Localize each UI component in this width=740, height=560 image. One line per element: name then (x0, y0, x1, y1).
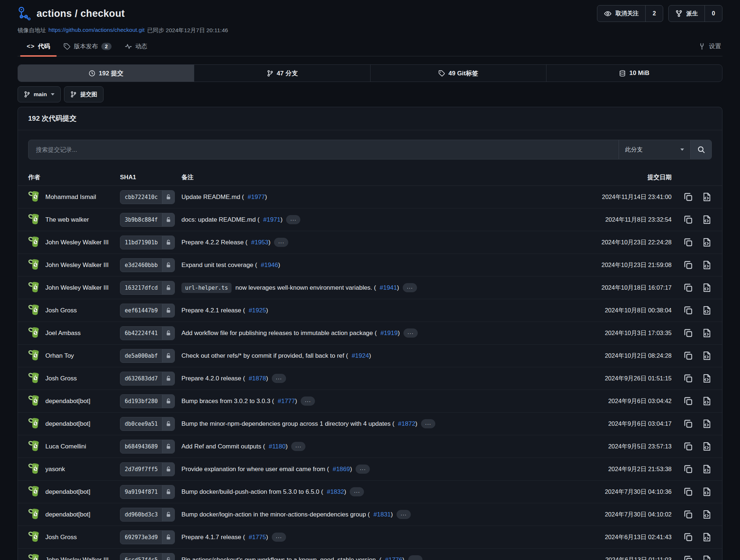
copy-sha-icon[interactable] (683, 237, 693, 247)
copy-sha-icon[interactable] (683, 555, 693, 560)
commit-message[interactable]: Update README.md ( (181, 193, 244, 201)
expand-commit-button[interactable]: ··· (272, 533, 286, 542)
copy-sha-icon[interactable] (683, 351, 693, 361)
commit-message[interactable]: Prepare 4.2.2 Release ( (181, 239, 248, 246)
commit-message[interactable]: Add workflow file for publishing release… (181, 330, 377, 337)
copy-sha-icon[interactable] (683, 441, 693, 451)
copy-sha-icon[interactable] (683, 464, 693, 474)
commit-message[interactable]: Bump docker/build-push-action from 5.3.0… (181, 488, 323, 496)
commit-message[interactable]: Expand unit test coverage ( (181, 262, 257, 269)
browse-source-icon[interactable] (702, 283, 712, 293)
commit-author[interactable]: Josh Gross (45, 375, 77, 382)
expand-commit-button[interactable]: ··· (350, 487, 364, 496)
commit-issue-link[interactable]: #1977 (248, 193, 265, 200)
commit-issue-link[interactable]: #1941 (380, 284, 397, 291)
commit-sha-button[interactable]: dd960bd3c3 (120, 508, 175, 522)
tab-releases[interactable]: 版本发布 2 (57, 37, 118, 56)
mirror-url-link[interactable]: https://github.com/actions/checkout.git (49, 27, 145, 34)
expand-commit-button[interactable]: ··· (397, 510, 411, 519)
commit-graph-button[interactable]: 提交图 (64, 86, 104, 102)
commit-message[interactable]: Prepare 4.2.0 release ( (181, 375, 245, 382)
copy-sha-icon[interactable] (683, 192, 693, 202)
stat-commits[interactable]: 192 提交 (18, 65, 194, 82)
commit-issue-link[interactable]: #1775 (249, 534, 266, 541)
commit-author[interactable]: dependabot[bot] (45, 511, 90, 518)
avatar[interactable] (28, 235, 41, 249)
copy-sha-icon[interactable] (683, 373, 693, 383)
commit-message[interactable]: Pin actions/checkout's own workflows to … (181, 556, 382, 560)
stat-branches[interactable]: 47 分支 (194, 65, 370, 82)
browse-source-icon[interactable] (702, 260, 712, 270)
commit-issue-link[interactable]: #1832 (327, 488, 344, 495)
avatar[interactable] (28, 371, 41, 386)
commit-author[interactable]: Orhan Toy (45, 352, 74, 360)
browse-source-icon[interactable] (702, 487, 712, 497)
browse-source-icon[interactable] (702, 510, 712, 519)
commit-author[interactable]: John Wesley Walker III (45, 262, 109, 269)
expand-commit-button[interactable]: ··· (421, 419, 435, 428)
commit-sha-button[interactable]: 11bd71901b (120, 236, 175, 249)
commit-issue-link[interactable]: #1946 (261, 262, 278, 268)
commit-sha-button[interactable]: 3b9b8c884f (120, 213, 175, 227)
commit-issue-link[interactable]: #1919 (380, 330, 398, 337)
commit-author[interactable]: dependabot[bot] (45, 398, 90, 405)
tab-activity[interactable]: 动态 (118, 37, 154, 56)
browse-source-icon[interactable] (702, 555, 712, 560)
browse-source-icon[interactable] (702, 532, 712, 542)
copy-sha-icon[interactable] (683, 305, 693, 315)
commit-issue-link[interactable]: #1872 (398, 420, 415, 427)
commit-sha-button[interactable]: 2d7d9f7ff5 (120, 462, 175, 476)
commit-sha-button[interactable]: 692973e3d9 (120, 530, 175, 544)
copy-sha-icon[interactable] (683, 532, 693, 542)
commit-message[interactable]: Bump braces from 3.0.2 to 3.0.3 ( (181, 398, 274, 405)
avatar[interactable] (28, 553, 41, 560)
commit-issue-link[interactable]: #1776 (385, 556, 402, 560)
commit-sha-button[interactable]: db0cee9a51 (120, 417, 175, 431)
commit-author[interactable]: Josh Gross (45, 307, 77, 314)
commit-issue-link[interactable]: #1180 (269, 443, 286, 450)
avatar[interactable] (28, 507, 41, 522)
copy-sha-icon[interactable] (683, 283, 693, 293)
browse-source-icon[interactable] (702, 215, 712, 225)
avatar[interactable] (28, 349, 41, 363)
commit-author[interactable]: Luca Comellini (45, 443, 86, 450)
tab-settings[interactable]: 设置 (692, 37, 722, 56)
browse-source-icon[interactable] (702, 441, 712, 451)
commit-message[interactable]: now leverages well-known environment var… (235, 284, 376, 292)
commit-sha-button[interactable]: de5a000abf (120, 349, 175, 363)
commit-issue-link[interactable]: #1953 (251, 239, 268, 246)
commit-sha-button[interactable]: eef61447b9 (120, 304, 175, 317)
browse-source-icon[interactable] (702, 328, 712, 338)
avatar[interactable] (28, 213, 41, 227)
expand-commit-button[interactable]: ··· (408, 555, 422, 560)
commit-author[interactable]: John Wesley Walker III (45, 239, 109, 246)
browse-source-icon[interactable] (702, 192, 712, 202)
browse-source-icon[interactable] (702, 305, 712, 315)
expand-commit-button[interactable]: ··· (274, 238, 288, 247)
commit-message[interactable]: Check out other refs/* by commit if prov… (181, 352, 348, 360)
expand-commit-button[interactable]: ··· (286, 215, 300, 224)
commit-sha-button[interactable]: d632683dd7 (120, 372, 175, 386)
commit-issue-link[interactable]: #1878 (249, 375, 266, 382)
avatar[interactable] (28, 190, 41, 204)
copy-sha-icon[interactable] (683, 396, 693, 406)
avatar[interactable] (28, 394, 41, 408)
copy-sha-icon[interactable] (683, 328, 693, 338)
expand-commit-button[interactable]: ··· (403, 283, 417, 292)
commit-message[interactable]: Bump the minor-npm-dependencies group ac… (181, 420, 394, 428)
commit-author[interactable]: The web walker (45, 216, 89, 223)
commit-sha-button[interactable]: cbb722410c (120, 190, 175, 204)
expand-commit-button[interactable]: ··· (403, 328, 418, 338)
commit-message[interactable]: docs: update README.md ( (181, 216, 260, 223)
commit-author[interactable]: Josh Gross (45, 534, 77, 541)
browse-source-icon[interactable] (702, 419, 712, 429)
avatar[interactable] (28, 303, 41, 317)
commit-issue-link[interactable]: #1971 (263, 216, 281, 223)
commit-sha-button[interactable]: e3d2460bbb (120, 258, 175, 272)
browse-source-icon[interactable] (702, 464, 712, 474)
expand-commit-button[interactable]: ··· (291, 442, 305, 451)
tab-code[interactable]: <> 代码 (20, 37, 57, 56)
commit-author[interactable]: John Wesley Walker III (45, 556, 109, 560)
expand-commit-button[interactable]: ··· (272, 374, 286, 383)
commit-sha-button[interactable]: 6ccd57f4c5 (120, 553, 175, 560)
